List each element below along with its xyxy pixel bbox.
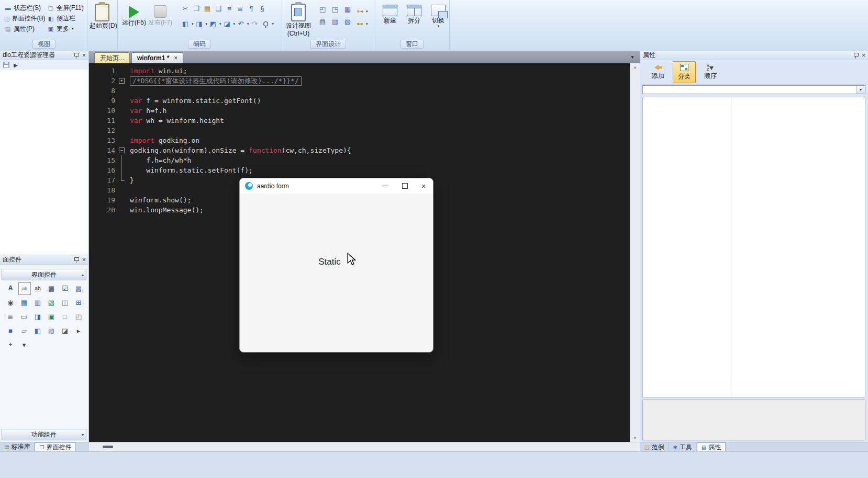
chevron-down-icon[interactable]: ▾ xyxy=(366,22,368,26)
fold-toggle-icon[interactable]: + xyxy=(119,78,125,84)
more-menu-item[interactable]: ▣更多▾ xyxy=(46,24,88,34)
copy-icon[interactable]: ❐ xyxy=(191,4,202,14)
add-property-button[interactable]: 添加 xyxy=(647,61,670,83)
ui-control-icon[interactable]: ▧ xyxy=(46,297,57,308)
property-grid[interactable] xyxy=(642,97,865,397)
ui-control-icon[interactable]: ◉ xyxy=(5,297,16,308)
scroll-up-icon[interactable]: ▲ xyxy=(630,65,640,70)
ui-controls-menu-item[interactable]: ◫界面控件(B) xyxy=(3,13,45,24)
outdent-icon[interactable]: ≣ xyxy=(235,4,246,14)
chevron-down-icon[interactable]: ▾ xyxy=(192,22,194,26)
ui-control-icon[interactable]: ⊞ xyxy=(73,297,84,308)
search-icon[interactable]: Ϙ xyxy=(261,19,271,29)
ui-control-icon[interactable]: A xyxy=(5,282,16,294)
close-tab-icon[interactable]: × xyxy=(174,54,177,62)
ui-control-icon[interactable]: ▨ xyxy=(46,325,57,336)
pin-icon[interactable] xyxy=(73,257,79,263)
ui-control-icon[interactable]: ▤ xyxy=(18,297,30,308)
comment-icon[interactable]: ¶ xyxy=(246,4,257,14)
ui-control-icon[interactable]: ☑ xyxy=(59,282,71,294)
sidebar-menu-item[interactable]: ◧侧边栏 xyxy=(46,13,88,24)
undo-icon[interactable]: ↶ xyxy=(236,19,246,29)
ui-control-icon[interactable]: ▭ xyxy=(18,311,30,322)
panel-tool-icon[interactable]: ◳ xyxy=(330,4,340,15)
statusbar-menu-item[interactable]: ▬状态栏(S) xyxy=(3,3,45,13)
tab-properties[interactable]: ▤属性 xyxy=(697,442,726,452)
ui-control-icon[interactable]: ▾ xyxy=(18,339,30,350)
run-button[interactable]: 运行(F5) xyxy=(121,2,147,36)
ui-control-icon[interactable]: ◰ xyxy=(73,311,84,322)
tab-winform1[interactable]: winform1 *× xyxy=(131,52,183,63)
properties-menu-item[interactable]: ▤属性(P) xyxy=(3,24,45,34)
tab-standard-library[interactable]: ▤标准库 xyxy=(0,442,35,451)
grid-tool-icon[interactable]: ▦ xyxy=(342,4,353,15)
tab-tools[interactable]: ✱工具 xyxy=(669,442,696,452)
aardio-form-window[interactable]: aardio form × Static xyxy=(239,178,433,352)
ribbon-group-label-view[interactable]: 视图 xyxy=(32,40,55,49)
paste-icon[interactable]: ▤ xyxy=(202,4,213,14)
object-select-combobox[interactable]: ▼ xyxy=(642,85,865,94)
scroll-down-icon[interactable]: ▼ xyxy=(630,436,640,440)
ui-control-icon[interactable]: ◨ xyxy=(32,311,43,322)
chevron-down-icon[interactable]: ▼ xyxy=(856,86,865,94)
paste-code-icon[interactable]: ❏ xyxy=(213,4,224,14)
new-window-button[interactable]: 新建 xyxy=(377,2,403,36)
editor-horizontal-scrollbar[interactable] xyxy=(89,442,640,451)
hotkey-icon[interactable]: ⊷ xyxy=(355,19,365,29)
tab-order-icon[interactable]: ⊶ xyxy=(355,6,365,17)
tab-list-dropdown-icon[interactable]: ▼ xyxy=(630,55,635,60)
ui-control-icon[interactable]: ■ xyxy=(5,325,16,336)
minimize-button[interactable] xyxy=(376,178,395,194)
redo-icon[interactable]: ↷ xyxy=(250,19,260,29)
chevron-down-icon[interactable]: ▾ xyxy=(247,22,249,26)
code-template-icon[interactable]: ◪ xyxy=(222,19,232,29)
publish-button[interactable]: 发布(F7) xyxy=(148,2,173,36)
pin-icon[interactable] xyxy=(73,52,79,59)
tab-ui-controls[interactable]: ❐界面控件 xyxy=(35,442,76,451)
chevron-down-icon[interactable]: ▾ xyxy=(206,22,208,26)
ui-control-icon[interactable]: ◪ xyxy=(59,325,71,336)
close-icon[interactable]: × xyxy=(82,257,86,263)
ui-control-icon[interactable]: + xyxy=(5,339,16,350)
save-icon[interactable] xyxy=(3,62,9,68)
design-view-button[interactable]: 设计视图 (Ctrl+U) xyxy=(284,2,313,36)
scroll-down-icon[interactable]: ▾ xyxy=(82,433,84,437)
ui-control-icon[interactable]: □ xyxy=(59,311,71,322)
function-components-header[interactable]: 功能组件 ▾ xyxy=(2,429,86,440)
ui-control-icon[interactable]: ◫ xyxy=(59,297,71,308)
ui-control-icon[interactable]: ▦ xyxy=(46,282,57,294)
fold-toggle-icon[interactable]: − xyxy=(119,147,125,153)
scrollbar-thumb[interactable] xyxy=(103,446,113,448)
cut-icon[interactable]: ✂ xyxy=(180,4,191,14)
align-left-icon[interactable]: ▤ xyxy=(317,17,328,27)
switch-window-button[interactable]: 切换▾ xyxy=(426,2,451,36)
chevron-down-icon[interactable]: ▾ xyxy=(233,22,236,26)
layout-tool-icon[interactable]: ▧ xyxy=(342,17,353,27)
tab-examples[interactable]: ◳范例 xyxy=(640,442,669,452)
ribbon-group-label-design[interactable]: 界面设计 xyxy=(310,40,346,49)
editor-vertical-scrollbar[interactable]: ▲ ▼ xyxy=(630,63,640,442)
ui-control-icon[interactable]: ▸ xyxy=(73,325,84,336)
ribbon-group-label-code[interactable]: 编码 xyxy=(188,40,211,49)
maximize-button[interactable] xyxy=(395,178,414,194)
pin-icon[interactable] xyxy=(853,52,859,59)
ui-control-icon[interactable]: ≣ xyxy=(5,311,16,322)
project-explorer-tree[interactable] xyxy=(0,70,88,255)
ui-controls-section-header[interactable]: 界面控件 ▴ xyxy=(2,269,86,280)
close-icon[interactable]: × xyxy=(82,52,86,59)
indent-icon[interactable]: ≡ xyxy=(224,4,235,14)
ui-control-icon[interactable]: ◧ xyxy=(32,325,43,336)
ribbon-group-label-window[interactable]: 窗口 xyxy=(400,40,424,49)
dialog-tool-icon[interactable]: ◰ xyxy=(317,4,328,15)
code-snippet-icon[interactable]: ◧ xyxy=(180,19,191,29)
code-wrap-icon[interactable]: ◨ xyxy=(194,19,205,29)
split-window-button[interactable]: 拆分 xyxy=(402,2,427,36)
tab-start-page[interactable]: 开始页... xyxy=(94,52,130,63)
ui-control-icon[interactable]: ▱ xyxy=(18,325,30,336)
sort-order-button[interactable]: 顺序 xyxy=(699,61,722,83)
ui-control-icon[interactable]: ab xyxy=(32,282,43,294)
form-titlebar[interactable]: aardio form × xyxy=(240,178,433,194)
close-button[interactable]: × xyxy=(414,178,433,194)
scroll-up-icon[interactable]: ▴ xyxy=(82,272,84,277)
code-region-icon[interactable]: ◩ xyxy=(208,19,218,29)
